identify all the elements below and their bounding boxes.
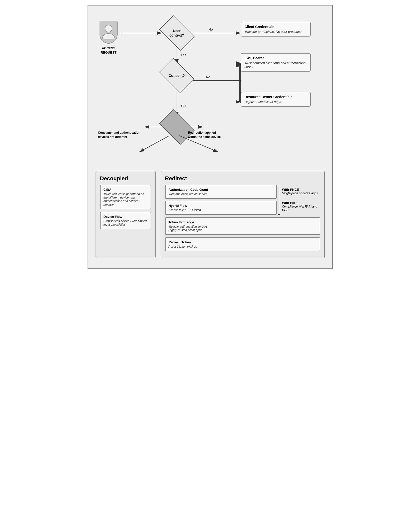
- bracket-brace: [278, 185, 280, 215]
- redirect-type-diamond: [162, 117, 192, 137]
- decoupled-title: Decoupled: [100, 175, 151, 182]
- bracketed-flows: Authorization Code Grant Web app execute…: [165, 185, 320, 215]
- with-par-label: With PAR Compliance with FAPI and CDR: [282, 201, 320, 212]
- hybrid-flow-desc: Access token + ID token: [169, 208, 273, 212]
- ciba-title: CIBA: [104, 188, 148, 192]
- decoupled-section: Decoupled CIBA Token request is performe…: [96, 171, 156, 258]
- token-exchange-title: Token Exchange: [169, 220, 317, 224]
- device-flow-title: Device Flow: [104, 215, 148, 219]
- jwt-bearer-title: JWT Bearer: [245, 56, 307, 60]
- refresh-token-box: Refresh Token Access token expired: [165, 237, 320, 251]
- consent-label: Consent?: [169, 74, 185, 78]
- token-exchange-box: Token Exchange Multiple authorization se…: [165, 217, 320, 235]
- hybrid-flow-box: Hybrid Flow Access token + ID token: [165, 201, 277, 215]
- bracketed-boxes: Authorization Code Grant Web app execute…: [165, 185, 277, 215]
- svg-point-22: [105, 25, 112, 32]
- auth-code-grant-box: Authorization Code Grant Web app execute…: [165, 185, 277, 199]
- svg-text:Yes: Yes: [181, 53, 186, 57]
- hybrid-flow-title: Hybrid Flow: [169, 204, 273, 208]
- user-context-label: Usercontext?: [169, 29, 184, 38]
- client-credentials-box: Client Credentials Machine-to-machine. N…: [241, 22, 311, 37]
- resource-owner-desc: Highly-trusted client apps: [245, 100, 307, 104]
- with-pkce-label: With PKCE Single-page or native apps: [282, 188, 320, 195]
- device-flow-box: Device Flow Browserless device / with li…: [100, 212, 151, 229]
- diagram-container: No Yes No Yes: [88, 5, 333, 269]
- ciba-box: CIBA Token request is performed on the d…: [100, 185, 151, 209]
- access-request-label: ACCESS REQUEST: [96, 46, 122, 55]
- person-icon: ACCESS REQUEST: [96, 21, 122, 55]
- bracket-visual: With PKCE Single-page or native apps Wit…: [278, 185, 320, 215]
- jwt-bearer-desc: Trust between client app and authorizati…: [245, 61, 307, 69]
- svg-text:No: No: [206, 75, 210, 79]
- auth-code-grant-title: Authorization Code Grant: [169, 188, 273, 192]
- redirect-title: Redirect: [165, 175, 320, 182]
- svg-line-23: [139, 136, 169, 152]
- redirect-arrow-label: Redirection appliedwithin the same devic…: [188, 131, 238, 139]
- person-svg: [97, 21, 120, 44]
- svg-text:Yes: Yes: [181, 104, 186, 108]
- decoupled-arrow-label: Consumer and authenticationdevices are d…: [98, 131, 141, 139]
- top-diagram: No Yes No Yes: [96, 13, 325, 168]
- svg-text:No: No: [208, 28, 213, 31]
- resource-owner-box: Resource Owner Credentials Highly-truste…: [241, 92, 311, 107]
- client-credentials-title: Client Credentials: [245, 25, 307, 29]
- client-credentials-desc: Machine-to-machine. No user presence: [245, 30, 307, 34]
- redirect-section: Redirect Authorization Code Grant Web ap…: [161, 171, 325, 258]
- refresh-token-title: Refresh Token: [169, 240, 317, 244]
- jwt-bearer-box: JWT Bearer Trust between client app and …: [241, 53, 311, 72]
- ciba-desc: Token request is performed on the differ…: [104, 192, 148, 206]
- bracket-labels: With PKCE Single-page or native apps Wit…: [280, 185, 320, 215]
- user-context-diamond: Usercontext?: [162, 23, 192, 43]
- auth-code-grant-desc: Web app executed on server: [169, 192, 273, 196]
- consent-diamond: Consent?: [162, 66, 192, 86]
- token-exchange-desc: Multiple authorization servers.Highly-tr…: [169, 225, 317, 232]
- bottom-section: Decoupled CIBA Token request is performe…: [96, 171, 325, 258]
- device-flow-desc: Browserless device / with limited input …: [104, 219, 148, 226]
- resource-owner-title: Resource Owner Credentials: [245, 95, 307, 99]
- refresh-token-desc: Access token expired: [169, 245, 317, 248]
